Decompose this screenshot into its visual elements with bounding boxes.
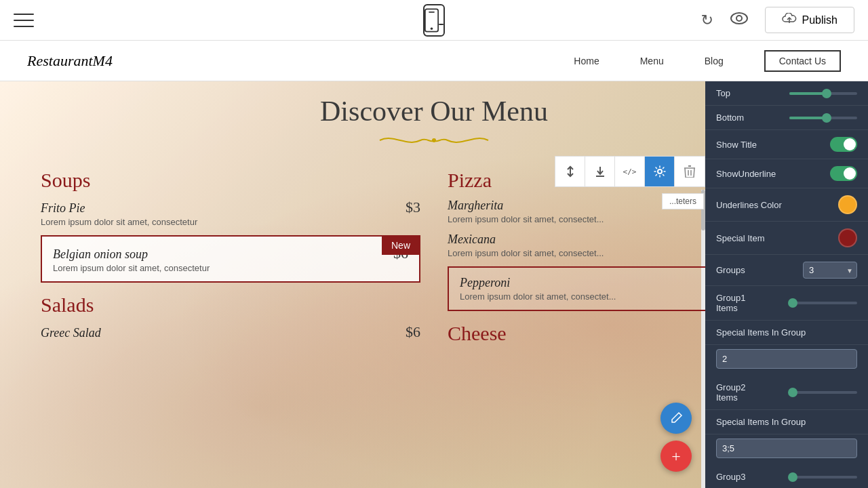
- settings-panel: Top Bottom Show Title: [705, 81, 868, 488]
- item-name: Belgian onion soup: [53, 247, 148, 262]
- underlines-color-label: Underlines Color: [716, 200, 782, 210]
- special-items-group1-input[interactable]: [716, 349, 857, 369]
- group1-slider[interactable]: [789, 302, 857, 304]
- site-nav: Home Menu Blog Contact Us: [574, 50, 841, 72]
- publish-button[interactable]: Publish: [765, 7, 854, 33]
- toolbar-download-btn[interactable]: [585, 157, 615, 186]
- panel-row-show-title: Show Title: [705, 130, 868, 159]
- bottom-slider[interactable]: [789, 117, 857, 119]
- special-items-group2-input[interactable]: [716, 439, 857, 458]
- cloud-icon: [782, 13, 797, 27]
- top-slider[interactable]: [789, 92, 857, 95]
- fab-add-icon: +: [671, 447, 681, 466]
- show-title-label: Show Title: [716, 140, 757, 150]
- new-badge: New: [382, 236, 420, 255]
- item-price: $6: [406, 323, 420, 341]
- svg-point-4: [736, 16, 742, 21]
- panel-row-group2: Group2Items: [705, 375, 868, 410]
- show-underline-toggle[interactable]: [830, 166, 857, 181]
- panel-row-groups: Groups 3 1 2 4 5 ▼: [705, 255, 868, 286]
- panel-row-special-item: Special Item: [705, 222, 868, 255]
- special-items-group2-label: Special Items In Group: [716, 417, 806, 427]
- underlines-color-picker[interactable]: [838, 195, 857, 214]
- special-item-color-picker[interactable]: [838, 228, 857, 247]
- show-underline-label: ShowUnderline: [716, 169, 776, 179]
- bottom-label: Bottom: [716, 113, 744, 123]
- parameters-label: ...teters: [662, 193, 704, 209]
- topbar-left: [14, 14, 34, 27]
- group2-slider[interactable]: [789, 391, 857, 394]
- publish-label: Publish: [802, 14, 837, 26]
- fab-add-button[interactable]: +: [660, 441, 692, 472]
- left-column: Soups Frito Pie $3 Lorem ipsum dolor sit…: [41, 169, 420, 352]
- category-soups: Soups: [41, 169, 420, 192]
- groups-select-wrapper: 3 1 2 4 5 ▼: [803, 262, 857, 279]
- site-logo: RestaurantM4: [27, 52, 113, 70]
- panel-row-group3: Group3: [705, 465, 868, 488]
- item-name: Greec Salad: [41, 326, 101, 340]
- groups-select[interactable]: 3 1 2 4 5: [803, 262, 857, 279]
- group3-slider[interactable]: [789, 476, 857, 479]
- settings-toolbar: </>: [555, 156, 705, 187]
- panel-row-special-group2: Special Items In Group: [705, 410, 868, 434]
- panel-row-special-group1: Special Items In Group: [705, 321, 868, 345]
- nav-home[interactable]: Home: [574, 56, 599, 66]
- svg-point-3: [731, 13, 747, 24]
- group2-items-label: Group2Items: [716, 382, 745, 403]
- toolbar-delete-btn[interactable]: [675, 157, 705, 186]
- item-desc: Lorem ipsum dolor sit amet, consectetur: [53, 263, 408, 273]
- toolbar-settings-btn[interactable]: [645, 157, 675, 186]
- menu-item: Frito Pie $3 Lorem ipsum dolor sit amet,…: [41, 199, 420, 227]
- menu-item: Greec Salad $6: [41, 323, 420, 342]
- svg-point-2: [431, 27, 433, 30]
- menu-item-featured: New Belgian onion soup $6 Lorem ipsum do…: [41, 235, 420, 283]
- topbar-right: ↺ Publish: [701, 7, 854, 33]
- show-title-toggle[interactable]: [830, 137, 857, 152]
- preview-icon[interactable]: [730, 12, 749, 29]
- groups-label: Groups: [716, 265, 745, 275]
- fab-edit-button[interactable]: [660, 403, 692, 434]
- nav-menu[interactable]: Menu: [640, 56, 664, 66]
- group3-label: Group3: [716, 472, 745, 482]
- main-area: Discover Our Menu Soups Frito Pie $3 Lor…: [0, 81, 868, 488]
- panel-row-top: Top: [705, 81, 868, 106]
- topbar-center: [423, 4, 445, 37]
- special-items-group2-input-row: [705, 434, 868, 465]
- item-desc: Lorem ipsum dolor sit amet, consectetur: [41, 217, 420, 227]
- undo-icon[interactable]: ↺: [701, 12, 713, 29]
- category-salads: Salads: [41, 293, 420, 317]
- site-navbar: RestaurantM4 Home Menu Blog Contact Us: [0, 41, 868, 81]
- special-item-label: Special Item: [716, 233, 765, 243]
- nav-contact[interactable]: Contact Us: [764, 50, 841, 72]
- special-items-group1-input-row: [705, 345, 868, 375]
- group1-items-label: Group1Items: [716, 293, 745, 313]
- svg-point-6: [432, 138, 436, 142]
- toolbar-code-btn[interactable]: </>: [615, 157, 645, 186]
- top-label: Top: [716, 88, 730, 98]
- panel-row-show-underline: ShowUnderline: [705, 159, 868, 188]
- panel-row-underlines-color: Underlines Color: [705, 188, 868, 222]
- panel-row-bottom: Bottom: [705, 106, 868, 130]
- toolbar-arrange-btn[interactable]: [555, 157, 585, 186]
- mobile-preview-icon[interactable]: [423, 4, 445, 37]
- panel-row-group1: Group1Items: [705, 286, 868, 321]
- item-price: $3: [406, 199, 420, 216]
- hamburger-menu-icon[interactable]: [14, 14, 34, 27]
- nav-blog[interactable]: Blog: [705, 56, 724, 66]
- item-name: Frito Pie: [41, 201, 85, 216]
- topbar: ↺ Publish: [0, 0, 868, 41]
- svg-point-10: [658, 169, 662, 174]
- special-items-group1-label: Special Items In Group: [716, 327, 806, 338]
